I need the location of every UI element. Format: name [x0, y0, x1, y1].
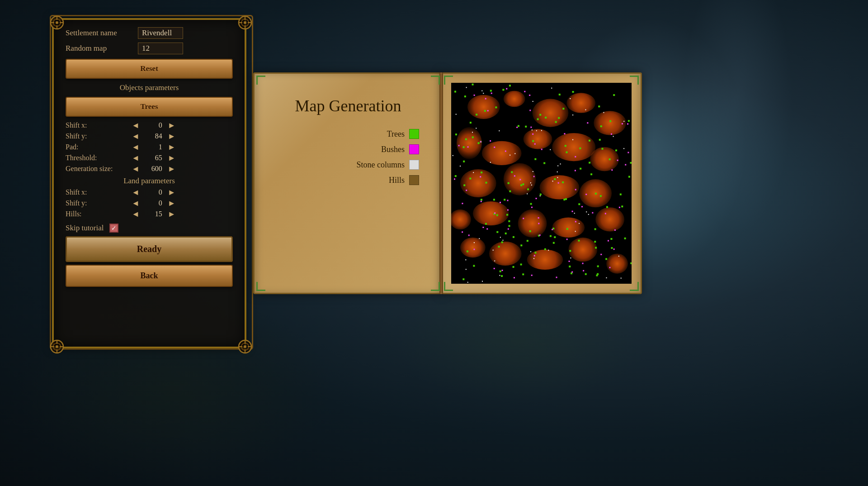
land-shift-x-row: Shift x: ◄ 0 ►: [66, 188, 233, 196]
legend-item-hills: Hills: [268, 175, 428, 185]
shift-x-label: Shift x:: [66, 121, 129, 129]
pad-label: Pad:: [66, 143, 129, 151]
land-shift-y-left-arrow[interactable]: ◄: [129, 199, 142, 207]
ready-button[interactable]: Ready: [66, 236, 233, 262]
legend-item-trees: Trees: [268, 129, 428, 139]
svg-point-16: [56, 345, 58, 348]
shift-y-value: 84: [142, 132, 165, 140]
legend-label: Trees: [387, 129, 405, 139]
land-shift-y-label: Shift y:: [66, 199, 129, 207]
legend-label: Bushes: [381, 145, 405, 154]
settlement-name-value[interactable]: Rivendell: [138, 27, 183, 39]
legend-color-box: [409, 144, 419, 154]
hills-label: Hills:: [66, 210, 129, 218]
land-shift-x-label: Shift x:: [66, 188, 129, 196]
left-panel: Settlement name Rivendell Random map 12 …: [52, 18, 246, 348]
book-corner-br: [431, 282, 440, 291]
legend-label: Stone columns: [357, 160, 405, 170]
shift-y-left-arrow[interactable]: ◄: [129, 132, 142, 140]
reset-button[interactable]: Reset: [66, 59, 233, 79]
shift-x-value: 0: [142, 121, 165, 129]
threshold-label: Threshold:: [66, 154, 129, 162]
land-shift-x-left-arrow[interactable]: ◄: [129, 188, 142, 196]
land-shift-y-value: 0: [142, 199, 165, 207]
book-corner-tr: [431, 76, 440, 85]
legend-color-box: [409, 175, 419, 185]
land-shift-y-row: Shift y: ◄ 0 ►: [66, 199, 233, 207]
threshold-value: 65: [142, 154, 165, 162]
skip-tutorial-row: Skip tutorial ✓: [66, 224, 233, 233]
pad-right-arrow[interactable]: ►: [165, 143, 179, 151]
corner-ornament-tl: [49, 14, 65, 31]
corner-ornament-bl: [49, 338, 65, 355]
random-map-value: 12: [138, 43, 183, 54]
shift-x-row: Shift x: ◄ 0 ►: [66, 121, 233, 129]
map-generation-title: Map Generation: [268, 96, 428, 115]
corner-ornament-tr: [237, 14, 253, 31]
shift-y-row: Shift y: ◄ 84 ►: [66, 132, 233, 140]
settlement-name-label: Settlement name: [66, 29, 138, 38]
hills-row: Hills: ◄ 15 ►: [66, 210, 233, 218]
corner-ornament-br: [237, 338, 253, 355]
threshold-left-arrow[interactable]: ◄: [129, 154, 142, 162]
legend-label: Hills: [389, 176, 405, 185]
panel-content: Settlement name Rivendell Random map 12 …: [52, 18, 246, 299]
book-left-page: Map Generation Trees Bushes Stone column…: [253, 72, 443, 294]
objects-params-title: Objects parameters: [66, 83, 233, 92]
pad-value: 1: [142, 143, 165, 151]
book-spine: [439, 72, 443, 294]
svg-point-2: [56, 21, 58, 24]
shift-x-right-arrow[interactable]: ►: [165, 121, 179, 129]
pad-left-arrow[interactable]: ◄: [129, 143, 142, 151]
legend-container: Trees Bushes Stone columns Hills: [268, 129, 428, 185]
legend-item-stone-columns: Stone columns: [268, 160, 428, 170]
land-shift-x-value: 0: [142, 188, 165, 196]
svg-point-23: [244, 345, 246, 348]
threshold-right-arrow[interactable]: ►: [165, 154, 179, 162]
generation-size-row: Generation size: ◄ 600 ►: [66, 165, 233, 173]
book-right-corner-tl: [444, 76, 453, 85]
legend-color-box: [409, 129, 419, 139]
random-map-label: Random map: [66, 44, 138, 53]
book-panel: Map Generation Trees Bushes Stone column…: [253, 72, 642, 299]
shift-y-label: Shift y:: [66, 132, 129, 140]
book-right-page: [441, 72, 642, 294]
book-corner-bl: [256, 282, 265, 291]
legend-color-box: [409, 160, 419, 170]
map-canvas: [451, 83, 632, 284]
svg-point-9: [244, 21, 246, 24]
book-corner-tl: [256, 76, 265, 85]
settlement-name-row: Settlement name Rivendell: [66, 27, 233, 39]
land-shift-y-right-arrow[interactable]: ►: [165, 199, 179, 207]
generation-size-value: 600: [142, 165, 165, 173]
back-button[interactable]: Back: [66, 265, 233, 287]
book-left-content: Map Generation Trees Bushes Stone column…: [255, 74, 442, 204]
book-right-corner-tr: [630, 76, 639, 85]
skip-tutorial-label: Skip tutorial: [66, 224, 104, 233]
shift-y-right-arrow[interactable]: ►: [165, 132, 179, 140]
hills-value: 15: [142, 210, 165, 218]
threshold-row: Threshold: ◄ 65 ►: [66, 154, 233, 162]
shift-x-left-arrow[interactable]: ◄: [129, 121, 142, 129]
land-shift-x-right-arrow[interactable]: ►: [165, 188, 179, 196]
trees-button[interactable]: Trees: [66, 97, 233, 117]
hills-left-arrow[interactable]: ◄: [129, 210, 142, 218]
pad-row: Pad: ◄ 1 ►: [66, 143, 233, 151]
hills-right-arrow[interactable]: ►: [165, 210, 179, 218]
skip-tutorial-checkbox[interactable]: ✓: [109, 224, 118, 233]
generation-size-label: Generation size:: [66, 165, 129, 173]
legend-item-bushes: Bushes: [268, 144, 428, 154]
generation-size-right-arrow[interactable]: ►: [165, 165, 179, 173]
book-right-corner-br: [630, 282, 639, 291]
checkbox-checkmark: ✓: [111, 224, 117, 232]
generation-size-left-arrow[interactable]: ◄: [129, 165, 142, 173]
map-render-canvas: [451, 83, 632, 284]
book-right-corner-bl: [444, 282, 453, 291]
land-params-title: Land parameters: [66, 176, 233, 186]
random-map-row: Random map 12: [66, 43, 233, 54]
